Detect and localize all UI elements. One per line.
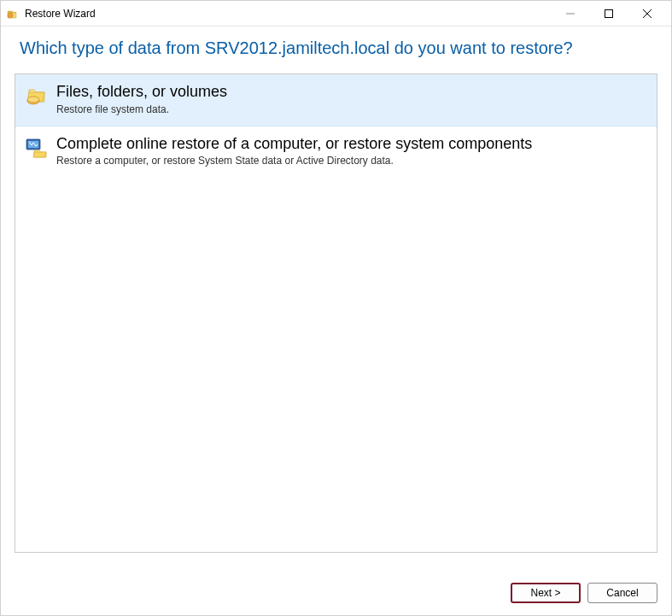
- restore-wizard-window: Restore Wizard Which type of data from S…: [0, 0, 672, 616]
- maximize-button[interactable]: [589, 2, 628, 26]
- svg-rect-2: [605, 9, 612, 17]
- svg-point-6: [27, 97, 39, 103]
- next-button[interactable]: Next >: [511, 583, 581, 603]
- window-title: Restore Wizard: [25, 8, 551, 20]
- page-heading: Which type of data from SRV2012.jamiltec…: [20, 38, 652, 58]
- option-description: Restore a computer, or restore System St…: [56, 155, 532, 167]
- option-text: Complete online restore of a computer, o…: [56, 135, 532, 167]
- folder-disk-icon: [24, 85, 48, 109]
- option-complete-restore[interactable]: Complete online restore of a computer, o…: [15, 126, 657, 178]
- cancel-button[interactable]: Cancel: [587, 583, 657, 603]
- options-list: Files, folders, or volumes Restore file …: [15, 73, 657, 553]
- window-controls: [551, 2, 666, 26]
- close-button[interactable]: [628, 2, 666, 26]
- app-icon: [6, 7, 20, 21]
- footer-buttons: Next > Cancel: [15, 583, 657, 603]
- svg-point-0: [8, 13, 13, 18]
- option-text: Files, folders, or volumes Restore file …: [56, 83, 227, 115]
- titlebar: Restore Wizard: [1, 1, 671, 26]
- option-title: Files, folders, or volumes: [56, 83, 227, 102]
- option-title: Complete online restore of a computer, o…: [56, 135, 532, 154]
- content-area: Which type of data from SRV2012.jamiltec…: [1, 26, 671, 615]
- computer-restore-icon: [24, 137, 48, 161]
- option-files-folders-volumes[interactable]: Files, folders, or volumes Restore file …: [15, 74, 657, 126]
- minimize-button[interactable]: [551, 2, 589, 26]
- option-description: Restore file system data.: [56, 103, 227, 115]
